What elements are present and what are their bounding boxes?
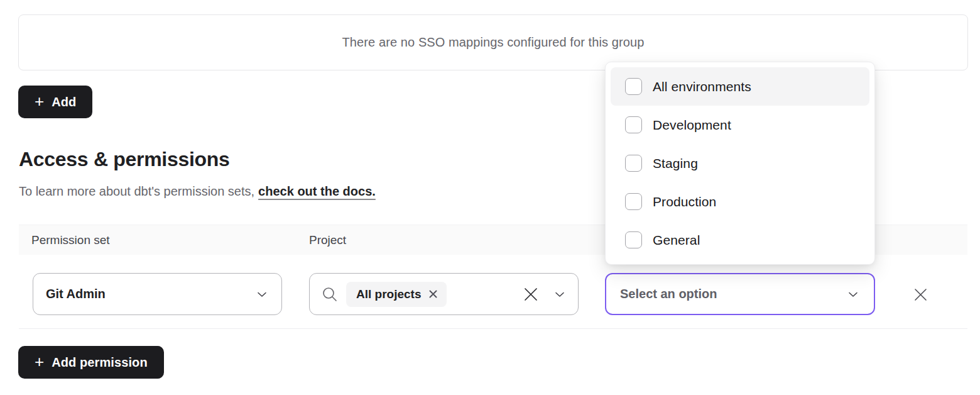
checkbox-unchecked-icon[interactable] (625, 116, 642, 133)
sso-empty-message: There are no SSO mappings configured for… (342, 35, 645, 50)
environment-option-label: Staging (653, 156, 698, 171)
section-subtitle: To learn more about dbt's permission set… (19, 184, 376, 199)
close-icon (913, 287, 928, 303)
environment-placeholder: Select an option (620, 287, 846, 301)
plus-icon: + (35, 353, 44, 370)
environment-option-development[interactable]: Development (611, 106, 869, 144)
page-title: Access & permissions (19, 148, 230, 171)
environment-dropdown-menu: All environments Development Staging Pro… (605, 62, 875, 265)
plus-icon: + (35, 93, 44, 109)
project-multiselect[interactable]: All projects (309, 273, 579, 315)
environment-option-general[interactable]: General (611, 221, 869, 259)
add-sso-mapping-button[interactable]: + Add (18, 86, 92, 118)
add-permission-button[interactable]: + Add permission (18, 346, 164, 379)
project-chip[interactable]: All projects (346, 282, 447, 307)
environment-option-all-environments[interactable]: All environments (611, 67, 869, 106)
checkbox-unchecked-icon[interactable] (625, 78, 642, 95)
chevron-down-icon (255, 287, 269, 301)
clear-selection-icon[interactable] (523, 286, 539, 303)
column-header-project: Project (309, 225, 346, 255)
environment-option-label: General (653, 233, 700, 248)
environment-option-label: Development (653, 118, 731, 133)
environment-option-staging[interactable]: Staging (611, 144, 869, 182)
checkbox-unchecked-icon[interactable] (625, 193, 642, 210)
chevron-down-icon (846, 287, 860, 301)
remove-permission-button[interactable] (908, 282, 933, 307)
search-icon (321, 286, 339, 303)
project-chip-label: All projects (356, 287, 421, 301)
chip-remove-icon[interactable] (428, 289, 438, 299)
permission-set-value: Git Admin (46, 287, 255, 301)
environment-select[interactable]: Select an option (605, 273, 875, 315)
docs-link[interactable]: check out the docs. (258, 184, 376, 198)
add-permission-label: Add permission (52, 355, 148, 370)
checkbox-unchecked-icon[interactable] (625, 155, 642, 172)
subtitle-text: To learn more about dbt's permission set… (19, 184, 254, 198)
add-button-label: Add (52, 95, 76, 109)
permission-set-select[interactable]: Git Admin (33, 273, 282, 315)
environment-option-label: All environments (653, 79, 751, 94)
environment-option-label: Production (653, 194, 716, 209)
chevron-down-icon[interactable] (553, 287, 567, 301)
group-settings-page: There are no SSO mappings configured for… (0, 0, 980, 395)
checkbox-unchecked-icon[interactable] (625, 231, 642, 248)
column-header-permission-set: Permission set (31, 225, 110, 255)
environment-option-production[interactable]: Production (611, 182, 869, 221)
